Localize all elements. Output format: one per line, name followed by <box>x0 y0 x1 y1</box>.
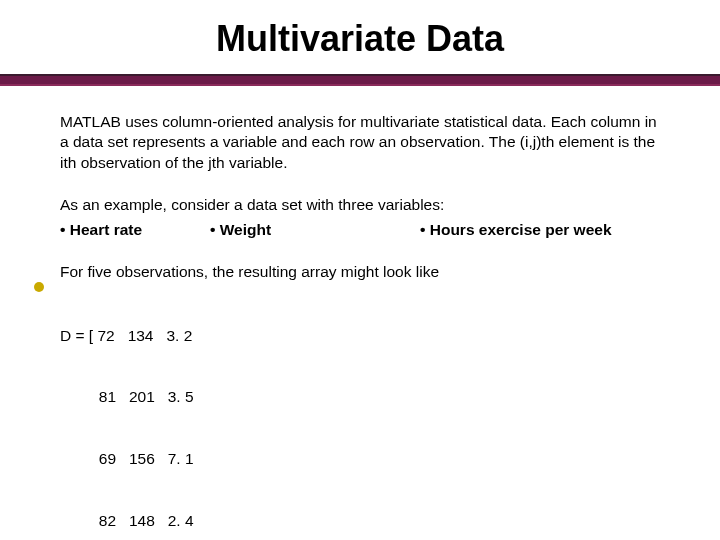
matrix-block: D = [ 72 134 3. 2 81 201 3. 5 69 156 7. … <box>60 285 660 540</box>
page-title: Multivariate Data <box>0 0 720 74</box>
variable-bullets: • Heart rate • Weight • Hours exercise p… <box>60 220 660 240</box>
matrix-intro-line: For five observations, the resulting arr… <box>60 262 660 282</box>
bullet-heart-rate: • Heart rate <box>60 220 210 240</box>
paragraph-example: As an example, consider a data set with … <box>60 195 660 240</box>
paragraph-intro: MATLAB uses column-oriented analysis for… <box>60 112 660 173</box>
title-rule <box>0 74 720 86</box>
matrix-row-1: D = [ 72 134 3. 2 <box>60 326 660 347</box>
paragraph-matrix: For five observations, the resulting arr… <box>60 262 660 540</box>
matrix-row-2: 81 201 3. 5 <box>60 387 660 408</box>
matrix-row-4: 82 148 2. 4 <box>60 511 660 532</box>
bullet-weight: • Weight <box>210 220 420 240</box>
matrix-row-3: 69 156 7. 1 <box>60 449 660 470</box>
list-bullet-icon <box>34 282 44 292</box>
content-area: MATLAB uses column-oriented analysis for… <box>0 86 720 540</box>
example-intro-line: As an example, consider a data set with … <box>60 195 660 215</box>
bullet-hours-exercise: • Hours exercise per week <box>420 220 612 240</box>
